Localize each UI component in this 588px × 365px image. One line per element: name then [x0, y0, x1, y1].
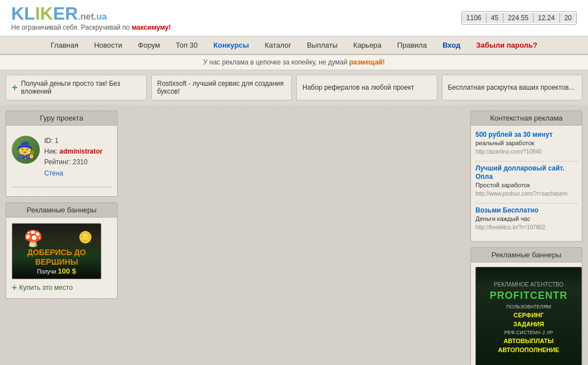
nav-karera[interactable]: Карьера	[346, 36, 390, 54]
ad-link-2[interactable]: Лучший долларовый сайт. Опла	[475, 164, 564, 181]
logo: KLIKER.net.ua	[11, 4, 171, 22]
ad-url-3: http://freebitco.in/?r=197802	[475, 224, 545, 230]
tagline-link[interactable]: максимуму!	[132, 24, 171, 31]
right-panel: Контекстная реклама 500 рублей за 30 мин…	[470, 110, 582, 365]
ad-link-1[interactable]: 500 рублей за 30 минут	[475, 131, 553, 138]
guru-section: Гуру проекта ID: 1 Ник: administrator	[6, 110, 118, 197]
tagline: Не ограничивай себя. Раскручивай по макс…	[11, 24, 171, 31]
right-banners-section: Рекламные баннеры РЕКЛАМНОЕ АГЕНТСТВО PR…	[470, 247, 582, 365]
right-banners-title: Рекламные баннеры	[470, 247, 582, 262]
promo-row: + Получай деньги просто так! Без вложени…	[0, 70, 588, 105]
guru-wall-link[interactable]: Стена	[44, 169, 63, 177]
banner-image: 🍄 🪙 Доберись довершины Получи 100 $	[12, 223, 101, 279]
ad-entry-3: Возьми Бесплатно Деньги каждый час http:…	[475, 206, 577, 231]
rb-brand-text: PROFITCENTR	[490, 290, 568, 302]
ad-banners-left-title: Рекламные баннеры	[6, 202, 118, 218]
right-banners-body: РЕКЛАМНОЕ АГЕНТСТВО PROFITCENTR ПОЛЬЗОВА…	[470, 262, 582, 365]
rb-tagline-text: ПОЛЬЗОВАТЕЛЯМ	[506, 304, 551, 309]
ad-divider-2	[475, 203, 577, 204]
nav-forum[interactable]: Форум	[130, 36, 168, 54]
ad-bar: У нас реклама в цепочке за копейку, не д…	[0, 55, 588, 70]
stats-bar: 1106 45 224.55 12.24 20	[461, 11, 577, 25]
logo-er: ER	[53, 3, 78, 24]
guru-divider	[12, 187, 111, 187]
stat-1224: 12.24	[534, 13, 560, 23]
stat-20: 20	[560, 13, 576, 23]
buy-place-label: Купить это место	[19, 284, 72, 292]
banner-title: Доберись довершины	[27, 248, 86, 267]
nav-katalog[interactable]: Каталог	[257, 36, 299, 54]
nav-top30[interactable]: Топ 30	[168, 36, 206, 54]
rb-item-2: ЗАДАНИЯ	[514, 321, 544, 327]
logo-kl: KL	[11, 3, 35, 24]
promo-item-1: + Получай деньги просто так! Без вложени…	[6, 75, 147, 100]
guru-id-value: 1	[55, 137, 59, 145]
ad-entry-1: 500 рублей за 30 минут реальный заработо…	[475, 130, 577, 155]
rb-item-3: РЕФ.СИСТЕМА 2 УР	[504, 330, 553, 335]
promo-text-1: Получай деньги просто так! Без вложений	[21, 80, 141, 95]
logo-net: .net	[78, 12, 94, 21]
logo-ua: .ua	[94, 12, 107, 21]
ad-bar-text: У нас реклама в цепочке за копейку, не д…	[203, 58, 347, 66]
guru-info: ID: 1 Ник: administrator Рейтинг: 2310	[12, 131, 111, 183]
promo-text-3: Набор рефералов на любой проект	[302, 84, 414, 91]
ad-url-2: http://www.probux.com/?r=sachasem	[475, 191, 567, 197]
guru-details: ID: 1 Ник: administrator Рейтинг: 2310	[44, 136, 102, 179]
nav-vhod[interactable]: Вход	[435, 36, 468, 54]
banner-subtitle: Получи 100 $	[37, 267, 76, 275]
context-ads-section: Контекстная реклама 500 рублей за 30 мин…	[470, 110, 582, 242]
nav-konkursy[interactable]: Конкурсы	[206, 36, 257, 54]
rb-item-1: СЕРФИНГ	[514, 312, 544, 318]
logo-ik: IK	[35, 3, 53, 24]
ad-desc-1: реальный заработок	[475, 140, 534, 146]
right-banner-image: РЕКЛАМНОЕ АГЕНТСТВО PROFITCENTR ПОЛЬЗОВА…	[475, 267, 582, 365]
ad-bar-link[interactable]: размещай!	[349, 58, 385, 66]
guru-nick: Ник: administrator	[44, 146, 102, 157]
guru-rating-value: 2310	[73, 158, 88, 166]
stat-224: 224.55	[503, 13, 534, 23]
banner-mushroom-icon: 🍄	[24, 229, 43, 248]
guru-id: ID: 1	[44, 136, 102, 146]
context-ads-title: Контекстная реклама	[470, 110, 582, 126]
left-panel: Гуру проекта ID: 1 Ник: administrator	[6, 110, 118, 299]
nav-glavnaya[interactable]: Главная	[43, 36, 86, 54]
ad-divider-1	[475, 161, 577, 161]
guru-rating-label: Рейтинг:	[44, 158, 71, 166]
rb-header-text: РЕКЛАМНОЕ АГЕНТСТВО	[494, 281, 563, 288]
ad-banners-left: Рекламные баннеры 🍄 🪙 Доберись довершины…	[6, 202, 118, 299]
buy-place-link[interactable]: + Купить это место	[12, 283, 111, 293]
rb-item-5: АВТОПОПОЛНЕНИЕ	[498, 346, 559, 353]
ad-link-3[interactable]: Возьми Бесплатно	[475, 206, 539, 214]
logo-area: KLIKER.net.ua Не ограничивай себя. Раскр…	[11, 4, 171, 31]
promo-item-3: Набор рефералов на любой проект	[296, 75, 437, 100]
guru-nick-label: Ник:	[44, 147, 58, 155]
stat-45: 45	[487, 13, 503, 23]
banner-coin-icon: 🪙	[78, 230, 92, 244]
guru-id-label: ID:	[44, 137, 53, 145]
guru-body: ID: 1 Ник: administrator Рейтинг: 2310	[6, 126, 118, 197]
navigation: Главная Новости Форум Топ 30 Конкурсы Ка…	[0, 36, 588, 55]
rb-item-4: АВТОВЫПЛАТЫ	[503, 338, 554, 344]
promo-item-4: Бесплатная раскрутка ваших проектов...	[442, 75, 583, 100]
tagline-text: Не ограничивай себя. Раскручивай по	[11, 24, 130, 31]
nav-novosti[interactable]: Новости	[86, 36, 130, 54]
promo-text-4: Бесплатная раскрутка ваших проектов...	[448, 84, 575, 91]
guru-title: Гуру проекта	[6, 110, 118, 126]
buy-plus-icon: +	[12, 283, 17, 293]
ad-url-1: http://azartino.com/?10840	[475, 149, 542, 155]
header: KLIKER.net.ua Не ограничивай себя. Раскр…	[0, 0, 588, 36]
main-content: Гуру проекта ID: 1 Ник: administrator	[0, 105, 588, 365]
ad-entry-2: Лучший долларовый сайт. Опла Простой зар…	[475, 164, 577, 197]
guru-rating: Рейтинг: 2310	[44, 157, 102, 168]
banner-prize: 100 $	[58, 267, 76, 275]
ad-banners-left-body: 🍄 🪙 Доберись довершины Получи 100 $ + Ку…	[6, 218, 118, 299]
nav-pravila[interactable]: Правила	[389, 36, 435, 54]
guru-nick-link[interactable]: administrator	[59, 147, 102, 155]
guru-wall: Стена	[44, 168, 102, 179]
nav-forgot-password[interactable]: Забыли пароль?	[468, 36, 545, 54]
context-ads-body: 500 рублей за 30 минут реальный заработо…	[470, 126, 582, 242]
nav-vyplaty[interactable]: Выплаты	[299, 36, 346, 54]
promo-item-2: Rostixsoft - лучший сервис для создания …	[151, 75, 292, 100]
ad-desc-2: Простой заработок	[475, 182, 530, 188]
ad-desc-3: Деньги каждый час	[475, 215, 530, 222]
